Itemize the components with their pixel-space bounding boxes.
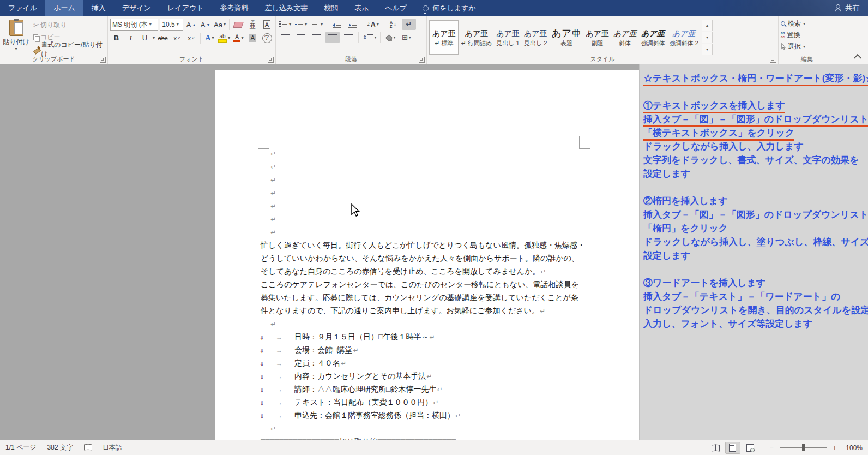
print-layout-button[interactable] [725,442,740,454]
proofing-status[interactable] [79,444,97,452]
document-line[interactable]: ↓→講師：△△臨床心理研究所□鈴木惇一先生↵ [261,383,610,396]
document-line[interactable]: ↓→日時：９月１５日（日）□午後１時半～↵ [261,331,610,344]
document-page[interactable]: ↵↵↵↵↵↵↵忙しく過ぎていく毎日。街行く人もどこか忙しげでとりつく島もない風情… [215,70,639,440]
zoom-slider-track[interactable] [780,447,827,448]
style-item-行間詰め[interactable]: あア亜↵ 行間詰め [459,20,495,55]
document-line[interactable]: こころのケアテレフォンセンターでは、このたびのセンター移転にともない、電話相談員… [261,278,610,291]
zoom-in-button[interactable]: + [831,444,839,452]
tab-挿入[interactable]: 挿入 [83,0,114,16]
strikethrough-button[interactable]: abc [156,32,169,44]
font-color-button[interactable]: A▾ [232,32,245,44]
document-line[interactable]: 件となりますので、下記の通りご案内申し上げます。お気軽にご参加ください。↵ [261,304,610,318]
share-button[interactable]: 共有 [825,0,868,16]
styles-dialog-launcher[interactable] [770,57,776,63]
style-scroll-up-button[interactable]: ▲ [702,20,713,31]
select-button[interactable]: 選択▾ [781,41,833,52]
tab-参考資料[interactable]: 参考資料 [212,0,257,16]
style-item-表題[interactable]: あア亜表題 [550,20,584,55]
cut-button[interactable]: ✂ 切り取り [33,20,105,31]
justify-button[interactable] [326,32,340,43]
subscript-button[interactable]: x2 [171,32,183,44]
document-line[interactable]: 募集いたします。応募に際しては、カウンセリングの基礎講座を受講していただくことが… [261,291,610,304]
borders-button[interactable]: ⊞▾ [399,32,413,43]
distribute-button[interactable] [341,32,355,43]
style-gallery-more-button[interactable]: ▼ [702,44,713,55]
sort-button[interactable]: AZ↓ [386,19,400,30]
font-size-combo[interactable]: 10.5▾ [160,19,183,31]
align-left-button[interactable] [278,32,292,43]
bold-button[interactable]: B [110,32,123,44]
tab-校閲[interactable]: 校閲 [316,0,346,16]
empty-paragraph-line[interactable]: ↵ [261,226,610,239]
tab-ホーム[interactable]: ホーム [45,0,83,16]
ruby-button[interactable]: ア亜 [246,19,259,31]
style-item-見出し2[interactable]: あア亜見出し 2 [522,20,550,55]
style-item-強調斜体2[interactable]: あア亜強調斜体 2 [667,20,701,55]
tab-レイアウト[interactable]: レイアウト [159,0,212,16]
zoom-level-label[interactable]: 100% [843,444,863,452]
show-formatting-marks-button[interactable]: ↵ [402,19,416,30]
style-item-強調斜体[interactable]: あア亜強調斜体 [639,20,667,55]
style-item-副題[interactable]: あア亜副題 [583,20,611,55]
align-right-button[interactable] [310,32,324,43]
find-button[interactable]: 検索▾ [781,19,833,29]
font-dialog-launcher[interactable] [268,57,274,63]
style-scroll-down-button[interactable]: ▼ [702,32,713,43]
numbering-button[interactable]: ▾ [294,19,308,30]
zoom-slider-thumb[interactable] [802,444,805,451]
document-line[interactable]: 忙しく過ぎていく毎日。街行く人もどこか忙しげでとりつく島もない風情。孤独感・焦燥… [261,239,610,252]
clipboard-dialog-launcher[interactable] [100,57,106,63]
document-line[interactable]: ↓→内容：カウンセリングとその基本手法↵ [261,370,610,383]
align-center-button[interactable] [294,32,308,43]
empty-paragraph-line[interactable]: ↵ [261,422,610,435]
empty-paragraph-line[interactable]: ↵ [261,200,610,213]
language-indicator[interactable]: 日本語 [97,443,128,452]
tab-差し込み文書[interactable]: 差し込み文書 [257,0,316,16]
empty-paragraph-line[interactable]: ↵ [261,160,610,173]
highlight-color-button[interactable]: ab▾ [218,32,231,44]
clear-formatting-button[interactable] [232,19,245,31]
tab-ファイル[interactable]: ファイル [0,0,45,16]
grow-font-button[interactable]: A▲ [185,19,197,31]
shading-button[interactable]: ▾ [383,32,397,43]
zoom-out-button[interactable]: − [768,444,775,452]
document-line[interactable]: ↓→定員：４０名↵ [261,357,610,370]
paste-dropdown-arrow[interactable]: ▾ [15,47,17,51]
character-shading-button[interactable]: A [246,32,259,44]
multilevel-list-button[interactable]: ▾ [310,19,324,30]
replace-button[interactable]: abac 置換 [781,30,833,40]
style-item-見出し1[interactable]: あア亜見出し 1 [494,20,522,55]
font-name-combo[interactable]: MS 明朝 (本▾ [110,19,158,31]
collapse-ribbon-chevron[interactable] [854,54,861,62]
increase-indent-button[interactable] [346,19,360,30]
web-layout-button[interactable] [743,442,758,454]
document-line[interactable]: ↓→テキスト：当日配布（実費１０００円）↵ [261,396,610,409]
document-line[interactable]: どうしていいかわからない、そんな悩みをかかえた人々を側面からサポート。隣の誰かの… [261,252,610,265]
italic-button[interactable]: I [124,32,137,44]
word-count-indicator[interactable]: 382 文字 [42,443,79,452]
read-mode-button[interactable] [708,442,723,454]
empty-paragraph-line[interactable]: ↵ [261,187,610,200]
format-painter-button[interactable]: 書式のコピー/貼り付け [33,44,105,55]
text-effects-button[interactable]: A▾ [203,32,216,44]
document-line[interactable]: ↓→申込先：会館１階事務室総務係（担当：横田）↵ [261,409,610,422]
change-case-button[interactable]: Aa▾ [213,19,226,31]
line-spacing-button[interactable]: ⇕▾ [361,32,377,43]
underline-button[interactable]: U [138,32,151,44]
superscript-button[interactable]: x2 [185,32,197,44]
document-line[interactable]: そしてあなた自身のこころの赤信号を受け止め、こころを開放してみませんか。↵ [261,265,610,278]
enclose-characters-button[interactable]: 字 [261,32,273,44]
page-number-indicator[interactable]: 1/1 ページ [0,443,42,452]
decrease-indent-button[interactable] [330,19,344,30]
style-item-標準[interactable]: あア亜↵ 標準 [429,20,459,55]
tell-me-box[interactable]: 何をしますか [415,0,484,16]
tab-ヘルプ[interactable]: ヘルプ [377,0,415,16]
empty-paragraph-line[interactable]: ↵ [261,318,610,331]
style-item-斜体[interactable]: あア亜斜体 [611,20,639,55]
asian-layout-button[interactable]: ⇄A▾ [366,19,380,30]
empty-paragraph-line[interactable]: ↵ [261,173,610,187]
empty-paragraph-line[interactable]: ↵ [261,213,610,226]
document-line[interactable]: □□□□□□□□□□□□□□□□□切り取り線□□□□□□□□□□□□□□□□□↵ [261,435,610,440]
paragraph-dialog-launcher[interactable] [419,57,425,63]
tab-表示[interactable]: 表示 [346,0,377,16]
